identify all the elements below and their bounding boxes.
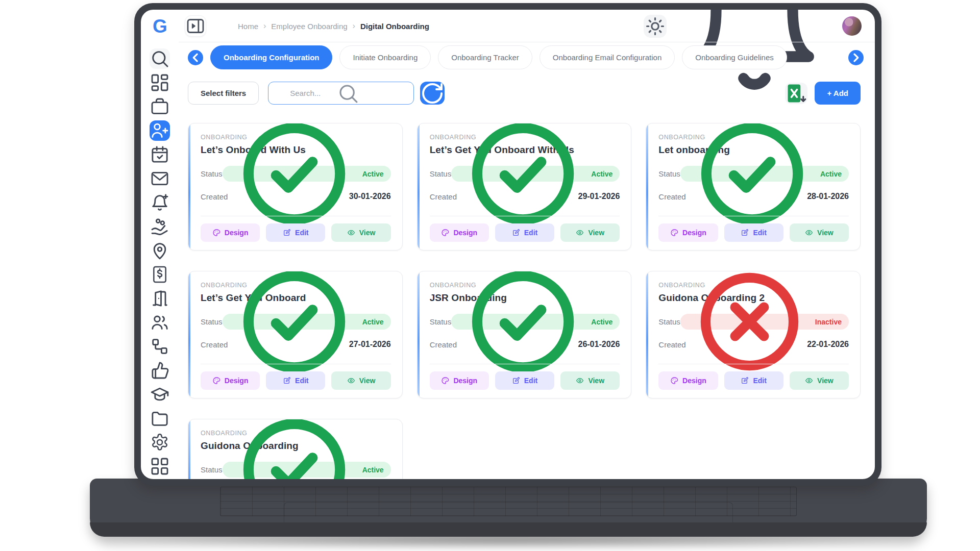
brand-logo[interactable]: G [141, 17, 179, 36]
eye-icon [347, 229, 355, 237]
card-status-row: Status Active [430, 314, 620, 330]
created-label: Created [430, 340, 457, 349]
card-actions: DesignEditView [658, 371, 849, 390]
card-divider [201, 364, 391, 364]
sidebar-item-map-pin[interactable] [150, 240, 170, 261]
breadcrumb-item[interactable]: Employee Onboarding [271, 22, 347, 31]
view-button[interactable]: View [331, 223, 390, 242]
created-label: Created [658, 340, 685, 349]
app-body: Onboarding ConfigurationInitiate Onboard… [141, 42, 875, 479]
tab-onboarding-tracker[interactable]: Onboarding Tracker [438, 45, 532, 69]
created-value: 26-01-2026 [578, 340, 620, 349]
sidebar-item-dashboard[interactable] [150, 72, 170, 93]
edit-button[interactable]: Edit [266, 223, 325, 242]
edit-button[interactable]: Edit [495, 371, 554, 390]
card-divider [658, 364, 849, 364]
edit-button[interactable]: Edit [266, 371, 325, 390]
status-badge: Inactive [680, 314, 849, 330]
created-value: 28-01-2026 [807, 192, 849, 201]
status-label: Status [658, 169, 680, 178]
status-label: Status [430, 317, 452, 326]
edit-icon [741, 377, 749, 385]
excel-export-button[interactable] [785, 83, 807, 104]
check-circle-icon [230, 271, 359, 386]
breadcrumb-item[interactable]: Home [238, 22, 258, 31]
toolbar-right: + Add [785, 82, 861, 105]
sidebar-item-mail[interactable] [150, 168, 170, 189]
view-button[interactable]: View [790, 371, 849, 390]
card-created-row: Created 29-01-2026 [430, 192, 620, 201]
add-button[interactable]: + Add [815, 82, 861, 105]
refresh-button[interactable] [420, 82, 445, 105]
design-button[interactable]: Design [658, 371, 718, 390]
check-circle-icon [688, 123, 817, 238]
sidebar-item-calendar-check[interactable] [150, 144, 170, 165]
eye-icon [805, 377, 813, 385]
onboarding-card: ONBOARDING JSR Onboarding Status Active … [417, 271, 632, 398]
sidebar-item-folder[interactable] [150, 408, 170, 429]
sidebar-item-user-plus[interactable] [150, 120, 170, 141]
laptop-base [90, 479, 927, 537]
sidebar-item-briefcase[interactable] [150, 96, 170, 117]
status-label: Status [658, 317, 680, 326]
card-status-row: Status Active [430, 166, 620, 182]
sidebar-item-settings[interactable] [150, 432, 170, 453]
view-button[interactable]: View [560, 371, 620, 390]
sidebar-item-users[interactable] [150, 312, 170, 333]
user-avatar[interactable] [842, 16, 862, 36]
design-button[interactable]: Design [658, 223, 718, 242]
edit-icon [741, 229, 749, 237]
created-value: 29-01-2026 [578, 192, 620, 201]
edit-button[interactable]: Edit [724, 223, 783, 242]
edit-button[interactable]: Edit [724, 371, 783, 390]
breadcrumb-separator: › [263, 21, 266, 31]
sidebar-item-graduation-cap[interactable] [150, 384, 170, 405]
status-label: Status [201, 169, 223, 178]
sidebar-item-grid[interactable] [150, 456, 170, 477]
status-badge: Active [451, 166, 620, 182]
palette-icon [212, 229, 220, 237]
design-button[interactable]: Design [201, 223, 260, 242]
tabs-scroll-left-button[interactable] [188, 50, 203, 65]
edit-icon [283, 229, 291, 237]
laptop-trackpad [284, 502, 733, 523]
tab-initiate-onboarding[interactable]: Initiate Onboarding [339, 45, 431, 69]
sidebar-item-bell-plus[interactable] [150, 192, 170, 213]
select-filters-button[interactable]: Select filters [188, 82, 259, 105]
tab-onboarding-configuration[interactable]: Onboarding Configuration [210, 45, 332, 69]
chevron-right-icon [848, 50, 864, 65]
chevron-left-icon [188, 50, 203, 65]
sidebar-item-hierarchy[interactable] [150, 336, 170, 357]
design-button[interactable]: Design [430, 371, 489, 390]
onboarding-card: ONBOARDING Let onboarding Status Active … [646, 123, 861, 251]
status-value: Active [362, 466, 384, 474]
view-button[interactable]: View [790, 223, 849, 242]
search-box [268, 82, 414, 105]
check-circle-icon [458, 271, 587, 386]
card-actions: DesignEditView [430, 223, 620, 242]
view-button[interactable]: View [560, 223, 620, 242]
edit-button[interactable]: Edit [495, 223, 554, 242]
app-header: G Home›Employee Onboarding›Digital Onboa… [141, 10, 875, 42]
status-value: Active [591, 318, 612, 326]
sidebar-item-thumbs-up[interactable] [150, 360, 170, 381]
sidebar-item-invoice[interactable] [150, 264, 170, 285]
onboarding-card: ONBOARDING Guidona Onboarding Status Act… [188, 419, 403, 479]
sidebar-item-door-open[interactable] [150, 288, 170, 309]
x-circle-icon [688, 271, 812, 384]
design-button[interactable]: Design [430, 223, 489, 242]
tabs-scroll-right-button[interactable] [848, 50, 864, 65]
app-window: G Home›Employee Onboarding›Digital Onboa… [141, 10, 875, 479]
check-circle-icon [230, 123, 359, 238]
view-button[interactable]: View [331, 371, 390, 390]
created-label: Created [201, 340, 228, 349]
tab-onboarding-guidelines[interactable]: Onboarding Guidelines [682, 45, 787, 69]
card-divider [658, 216, 849, 216]
tab-onboarding-email-configuration[interactable]: Onboarding Email Configuration [540, 45, 675, 69]
edit-icon [512, 229, 520, 237]
design-button[interactable]: Design [201, 371, 260, 390]
theme-toggle-button[interactable] [644, 15, 667, 38]
sidebar-item-hand-coins[interactable] [150, 216, 170, 237]
sidebar-collapse-button[interactable] [185, 15, 206, 37]
sidebar-item-search[interactable] [150, 48, 170, 69]
